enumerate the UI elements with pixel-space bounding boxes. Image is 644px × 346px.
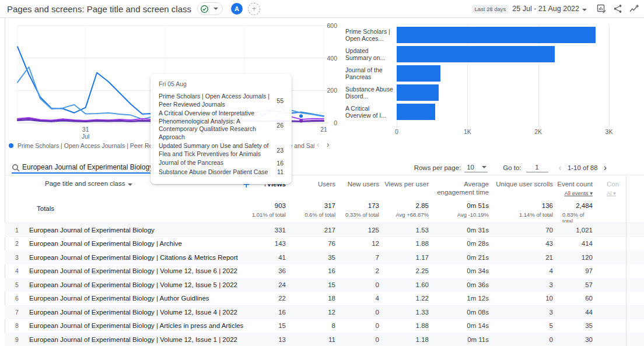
row-value: 1.60 [388,281,438,288]
row-value: 3 [498,281,562,288]
row-value: 0 [345,309,388,316]
table-row[interactable]: 5European Journal of Experimental Biolog… [5,278,644,292]
totals-cell: 1361.14% of total [498,200,562,224]
row-value: 0 [345,281,388,288]
row-index: 8 [5,322,29,329]
table-row[interactable]: 8European Journal of Experimental Biolog… [5,319,644,333]
next-page-icon[interactable]: › [604,163,607,173]
row-index: 3 [5,254,29,261]
tooltip-series-name: Journal of the Pancreas [159,159,271,167]
bar-category-label: Prime Scholars | Open Acces... [345,27,394,43]
row-value: 41 [244,254,295,261]
tooltip-series-name: Updated Summary on Use and Safety of Fle… [159,142,271,158]
x-axis-label: 21 [314,126,334,133]
row-value: 125 [345,227,388,234]
row-value: 12 [345,240,388,247]
row-value: 0m 31s [438,227,498,234]
row-value: 217 [295,227,345,234]
row-value: 0 [345,336,388,343]
row-title: European Journal of Experimental Biology… [29,295,244,302]
y-axis-label: 600 [324,22,337,29]
check-circle-icon [200,5,209,13]
row-value: 2 [345,267,388,274]
tooltip-series-value: 26 [276,122,284,129]
share-icon[interactable] [612,3,623,14]
goto-input[interactable]: 1 [526,164,548,172]
bar[interactable] [397,46,555,62]
row-title: European Journal of Experimental Biology… [29,336,244,343]
row-value: 35 [295,254,345,261]
row-value: 0m 11s [438,336,498,343]
row-value: 1.53 [388,227,438,234]
row-value: 0m 14s [438,322,498,329]
data-quality-badge[interactable] [197,2,223,15]
row-value: 0m 21s [438,254,498,261]
row-value: 0m 34s [438,267,498,274]
column-header[interactable]: Views per user [388,176,438,200]
totals-cell: 1730.33% of total [345,200,388,224]
ga4-pages-and-screens-report: Pages and screens: Page title and screen… [0,0,644,346]
table-row[interactable]: 4European Journal of Experimental Biolog… [5,264,644,278]
row-value: 1,021 [562,227,602,234]
chevron-down-icon [482,166,487,168]
table-row[interactable]: 9European Journal of Experimental Biolog… [5,333,644,346]
table-body: 1European Journal of Experimental Biolog… [5,223,644,346]
bar-x-tick-label: 2K [530,128,547,135]
rows-per-page-select[interactable]: 10 [464,164,488,172]
date-range-selector[interactable]: 25 Jul - 21 Aug 2022 [512,5,587,13]
bar-category-label: Journal of the Pancreas [345,65,394,82]
column-header[interactable]: Unique user scrolls [498,176,562,200]
row-value: 12 [295,309,345,316]
controls-bottom-border [5,175,644,175]
legend-next-icon[interactable]: › [327,139,330,150]
totals-cell: 0m 51sAvg -10.19% [438,200,498,224]
row-value: 30 [562,336,602,343]
bar[interactable] [397,65,440,82]
chart-tooltip: Fri 05 Aug Prime Scholars | Open Access … [150,74,292,184]
row-value: 11 [295,336,345,343]
page-title: Pages and screens: Page title and screen… [7,4,191,14]
customize-report-icon[interactable] [596,3,607,14]
y-axis-label: 200 [324,87,337,94]
table-row[interactable]: 7European Journal of Experimental Biolog… [5,305,644,319]
row-value: 331 [244,227,295,234]
bar-x-tick-label: 0 [388,128,405,135]
bar[interactable] [397,84,439,101]
row-value: 120 [562,254,602,261]
tooltip-series-value: 11 [277,168,284,175]
column-header[interactable]: Event countAll events ▾ [562,176,602,200]
search-icon [12,164,20,172]
row-value: 1m 12s [438,295,498,302]
search-input[interactable]: European Journal of Experimental Biology [22,163,153,171]
totals-label: Totals [29,200,244,224]
row-value: 36 [244,267,295,274]
totals-row: Totals 9031.01% of total3170.6% of total… [5,200,644,223]
row-title: European Journal of Experimental Biology… [29,322,244,329]
row-value: 1.17 [388,254,438,261]
table-row[interactable]: 6European Journal of Experimental Biolog… [5,292,644,306]
row-value: 70 [498,227,562,234]
table-row[interactable]: 1European Journal of Experimental Biolog… [5,223,644,237]
avatar[interactable]: A [231,3,243,15]
bar-category-label: Substance Abuse Disord... [345,84,394,101]
row-value: 0m 28s [438,240,498,247]
column-header[interactable]: Averageengagement time [438,176,498,200]
row-value: 0 [345,322,388,329]
totals-cell: 2,4840.83% of total [562,200,602,224]
bar[interactable] [397,27,596,43]
bar[interactable] [397,104,435,120]
insights-icon[interactable] [629,3,639,14]
rows-per-page-label: Rows per page: [414,164,461,171]
table-row[interactable]: 3European Journal of Experimental Biolog… [5,250,644,264]
column-header[interactable]: ConAl ▾ [602,176,644,200]
row-value: 414 [562,240,602,247]
add-comparison-button[interactable]: + [248,3,260,15]
previous-page-icon[interactable]: ‹ [559,163,562,173]
row-title: European Journal of Experimental Biology… [29,309,244,316]
row-value: 15 [295,281,345,288]
legend-prev-icon[interactable]: ‹ [317,139,320,150]
table-row[interactable]: 2European Journal of Experimental Biolog… [5,237,644,251]
tooltip-row: Journal of the Pancreas16 [159,159,284,167]
column-header[interactable]: New users [345,176,388,200]
column-header[interactable]: Users [295,176,345,200]
